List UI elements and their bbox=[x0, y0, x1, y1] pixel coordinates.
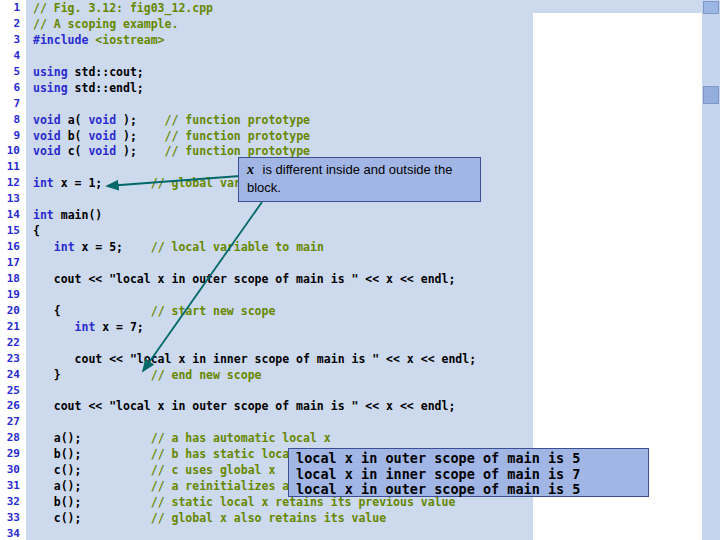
slide-canvas: 1234567891011121314151617181920212223242… bbox=[0, 0, 720, 540]
code-text: { bbox=[33, 224, 40, 238]
code-line bbox=[33, 384, 533, 400]
code-text: a(); bbox=[33, 431, 151, 445]
output-line: local x in outer scope of main is 5 bbox=[296, 481, 641, 497]
line-number: 2 bbox=[0, 17, 26, 33]
code-keyword: int bbox=[75, 320, 103, 334]
code-text: x = 7; bbox=[102, 320, 144, 334]
code-text: a( bbox=[68, 113, 89, 127]
code-keyword: using bbox=[33, 81, 75, 95]
right-scrollbar[interactable] bbox=[702, 0, 720, 540]
line-number: 31 bbox=[0, 479, 26, 495]
code-text: cout << "local x in outer scope of main … bbox=[33, 399, 455, 413]
code-line: #include <iostream> bbox=[33, 33, 533, 49]
code-line: cout << "local x in inner scope of main … bbox=[33, 352, 533, 368]
code-text: } bbox=[33, 368, 151, 382]
program-output-box: local x in outer scope of main is 5local… bbox=[288, 448, 649, 497]
code-line: using std::endl; bbox=[33, 81, 533, 97]
code-line: a(); // a has automatic local x bbox=[33, 431, 533, 447]
line-number: 10 bbox=[0, 144, 26, 160]
line-number: 6 bbox=[0, 81, 26, 97]
line-number: 34 bbox=[0, 527, 26, 540]
code-text: { bbox=[33, 304, 151, 318]
line-number: 18 bbox=[0, 272, 26, 288]
code-keyword: using bbox=[33, 65, 75, 79]
code-keyword: void bbox=[33, 129, 68, 143]
code-line: { // start new scope bbox=[33, 304, 533, 320]
code-keyword: int bbox=[33, 176, 61, 190]
scrollbar-top-button[interactable] bbox=[703, 1, 719, 14]
line-number: 28 bbox=[0, 431, 26, 447]
line-number: 23 bbox=[0, 352, 26, 368]
top-right-bar bbox=[533, 0, 702, 13]
code-text: std::endl; bbox=[75, 81, 144, 95]
code-keyword: void bbox=[88, 144, 116, 158]
code-keyword: void bbox=[88, 129, 116, 143]
code-comment: // function prototype bbox=[165, 129, 310, 143]
line-number: 33 bbox=[0, 511, 26, 527]
code-text: cout << "local x in outer scope of main … bbox=[33, 272, 455, 286]
code-comment: // c uses global x bbox=[151, 463, 276, 477]
code-line: cout << "local x in outer scope of main … bbox=[33, 272, 533, 288]
code-comment: // start new scope bbox=[151, 304, 276, 318]
code-keyword: void bbox=[88, 113, 116, 127]
code-comment: // global x also retains its value bbox=[151, 511, 386, 525]
code-comment: // b has static local x bbox=[151, 447, 310, 461]
code-comment: // end new scope bbox=[151, 368, 262, 382]
line-number: 29 bbox=[0, 447, 26, 463]
code-text: cout << "local x in inner scope of main … bbox=[33, 352, 476, 366]
output-line: local x in inner scope of main is 7 bbox=[296, 466, 641, 482]
code-comment: // function prototype bbox=[165, 113, 310, 127]
code-line bbox=[33, 527, 533, 540]
code-line: // Fig. 3.12: fig03_12.cpp bbox=[33, 1, 533, 17]
code-text: x = 5; bbox=[81, 240, 150, 254]
callout-variable-x: x bbox=[247, 162, 259, 177]
scrollbar-thumb[interactable] bbox=[703, 86, 719, 104]
line-number: 9 bbox=[0, 129, 26, 145]
line-number: 32 bbox=[0, 495, 26, 511]
code-line bbox=[33, 415, 533, 431]
code-text: b(); bbox=[33, 495, 151, 509]
line-number: 14 bbox=[0, 208, 26, 224]
code-line: cout << "local x in outer scope of main … bbox=[33, 399, 533, 415]
code-line: void b( void ); // function prototype bbox=[33, 129, 533, 145]
code-text: std::cout; bbox=[75, 65, 144, 79]
code-text: ); bbox=[116, 113, 164, 127]
code-text: ); bbox=[116, 129, 164, 143]
line-number: 20 bbox=[0, 304, 26, 320]
line-number: 17 bbox=[0, 256, 26, 272]
line-number: 1 bbox=[0, 1, 26, 17]
code-line: b(); // static local x retains its previ… bbox=[33, 495, 533, 511]
code-comment: // local variable to main bbox=[151, 240, 324, 254]
line-number: 11 bbox=[0, 160, 26, 176]
line-number: 25 bbox=[0, 384, 26, 400]
code-text: main() bbox=[61, 208, 103, 222]
callout-text: is different inside and outside the bloc… bbox=[247, 162, 452, 195]
code-line bbox=[33, 336, 533, 352]
line-number: 26 bbox=[0, 399, 26, 415]
code-line: int x = 7; bbox=[33, 320, 533, 336]
line-number: 30 bbox=[0, 463, 26, 479]
code-comment: <iostream> bbox=[95, 33, 164, 47]
line-number: 13 bbox=[0, 192, 26, 208]
code-text: c( bbox=[68, 144, 89, 158]
code-text: x = 1; bbox=[61, 176, 151, 190]
line-number: 21 bbox=[0, 320, 26, 336]
code-text: b( bbox=[68, 129, 89, 143]
code-keyword: #include bbox=[33, 33, 95, 47]
code-text bbox=[33, 320, 75, 334]
line-number: 5 bbox=[0, 65, 26, 81]
code-line: c(); // global x also retains its value bbox=[33, 511, 533, 527]
code-line: void a( void ); // function prototype bbox=[33, 113, 533, 129]
line-number: 7 bbox=[0, 97, 26, 113]
code-line: int main() bbox=[33, 208, 533, 224]
code-line: // A scoping example. bbox=[33, 17, 533, 33]
code-line bbox=[33, 49, 533, 65]
line-number: 19 bbox=[0, 288, 26, 304]
code-text: a(); bbox=[33, 479, 151, 493]
line-number: 24 bbox=[0, 368, 26, 384]
code-comment: // A scoping example. bbox=[33, 17, 178, 31]
line-number: 22 bbox=[0, 336, 26, 352]
code-keyword: void bbox=[33, 113, 68, 127]
line-number: 8 bbox=[0, 113, 26, 129]
code-comment: // Fig. 3.12: fig03_12.cpp bbox=[33, 1, 213, 15]
